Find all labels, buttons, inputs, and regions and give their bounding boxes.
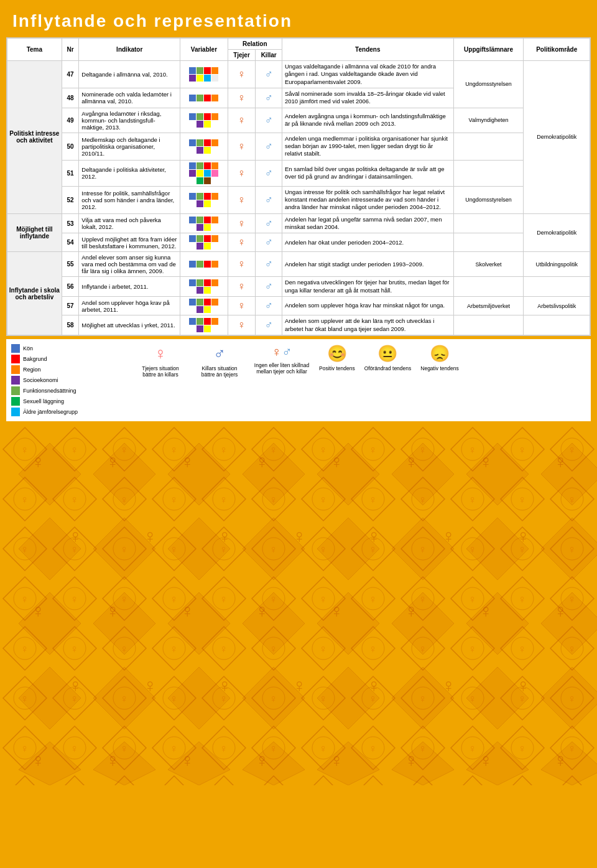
boy-icon-58: ♂: [264, 319, 273, 331]
svg-text:♀: ♀: [180, 750, 195, 770]
legend-positive: 😊 Positiv tendens: [319, 344, 355, 371]
tendens-57: Andelen som upplever höga krav har minsk…: [282, 297, 453, 315]
col-header-tjejer: Tjejer: [228, 50, 256, 61]
tendens-47: Ungas valdeltagande i allmänna val ökade…: [282, 61, 453, 88]
col-header-nr: Nr: [62, 39, 79, 61]
legend-item-sexuell: Sexuell läggning: [11, 397, 123, 406]
row-nr-48: 48: [62, 88, 79, 108]
indikator-57: Andel som upplever höga krav på arbetet,…: [79, 297, 180, 315]
legend-positive-label: Positiv tendens: [319, 365, 355, 371]
tema-cell-politiskt: Politiskt intresseoch aktivitet: [7, 61, 62, 214]
svg-text:♀: ♀: [367, 675, 381, 696]
svg-text:♀: ♀: [106, 750, 120, 770]
indikator-54: Upplevd möjlighet att föra fram idéer ti…: [79, 233, 180, 252]
svg-text:♀: ♀: [404, 750, 419, 770]
svg-text:♀: ♀: [553, 750, 568, 770]
table-row: 52 Intresse för politik, samhällsfrågor …: [7, 186, 590, 213]
svg-text:♀: ♀: [442, 526, 456, 546]
tjejer-58: ♀: [228, 315, 256, 335]
svg-text:♀: ♀: [442, 675, 456, 696]
legend-unchanged: 😐 Oförändrad tendens: [364, 344, 412, 371]
legend-section: Kön Bakgrund Region Socioekonomi Funktio…: [6, 339, 591, 421]
legend-both-icon: ♀♂: [272, 344, 292, 360]
legend-item-socioekonomi: Socioekonomi: [11, 376, 123, 385]
svg-text:♀: ♀: [367, 526, 381, 546]
legend-label-aldre: Äldre jämförelsegrupp: [23, 409, 78, 415]
girl-icon-53: ♀: [238, 217, 246, 230]
uppgift-51: [453, 160, 524, 186]
boy-icon-57: ♂: [264, 299, 273, 312]
tjejer-47: ♀: [228, 61, 256, 88]
politik-55: Utbildningspolitik: [524, 252, 590, 277]
row-nr-56: 56: [62, 277, 79, 297]
svg-text:♀: ♀: [106, 451, 120, 472]
col-header-variabler: Variabler: [180, 39, 228, 61]
politik-47: Demokratipolitik: [524, 61, 590, 214]
uppgift-56: [453, 277, 524, 297]
tendens-52: Ungas intresse för politik och samhällsf…: [282, 186, 453, 213]
svg-text:♀: ♀: [404, 600, 419, 621]
col-header-tendens: Tendens: [282, 39, 453, 61]
table-row: 49 Avgångna ledamöter i riksdag, kommun-…: [7, 108, 590, 133]
col-header-indikator: Indikator: [79, 39, 180, 61]
politik-53: Demokratipolitik: [524, 213, 590, 252]
vars-54: [180, 233, 228, 252]
boy-icon-52: ♂: [264, 194, 273, 206]
tema-cell-inflytande-skola: Inflytande i skolaoch arbetsliv: [7, 252, 62, 335]
killar-52: ♂: [256, 186, 282, 213]
col-header-uppgift: Uppgiftslämnare: [453, 39, 524, 61]
svg-text:♀: ♀: [218, 526, 232, 546]
vars-53: [180, 213, 228, 233]
uppgift-55: Skolverket: [453, 252, 524, 277]
col-header-relation: Relation: [228, 39, 282, 50]
vars-52: [180, 186, 228, 213]
girl-icon-48: ♀: [238, 91, 246, 104]
vars-58: [180, 315, 228, 335]
boy-icon-51: ♂: [264, 167, 273, 179]
killar-54: ♂: [256, 233, 282, 252]
legend-item-region: Region: [11, 365, 123, 374]
killar-51: ♂: [256, 160, 282, 186]
legend-item-funktionsned: Funktionsnedsättning: [11, 386, 123, 395]
legend-item-kon: Kön: [11, 344, 123, 353]
tjejer-49: ♀: [228, 108, 256, 133]
tendens-51: En samlad bild över ungas politiska delt…: [282, 160, 453, 186]
politik-58: [524, 315, 590, 335]
legend-label-bakgrund: Bakgrund: [23, 356, 47, 362]
uppgift-50: [453, 133, 524, 160]
legend-boy-label: Killars situation bättre än tjejers: [195, 365, 244, 378]
legend-color-socioekonomi: [11, 376, 20, 385]
table-row: Möjlighet tillinflytande 53 Vilja att va…: [7, 213, 590, 233]
killar-49: ♂: [256, 108, 282, 133]
legend-girl-icon: ♀: [154, 344, 167, 363]
legend-colors: Kön Bakgrund Region Socioekonomi Funktio…: [11, 344, 123, 416]
row-nr-51: 51: [62, 160, 79, 186]
tjejer-56: ♀: [228, 277, 256, 297]
row-nr-53: 53: [62, 213, 79, 233]
legend-negative-label: Negativ tendens: [420, 365, 458, 371]
legend-label-socioekonomi: Socioekonomi: [23, 377, 58, 383]
tjejer-48: ♀: [228, 88, 256, 108]
legend-item-aldre: Äldre jämförelsegrupp: [11, 408, 123, 416]
legend-boy-better: ♂ Killars situation bättre än tjejers: [195, 344, 244, 378]
boy-icon-47: ♂: [264, 68, 273, 80]
legend-color-bakgrund: [11, 355, 20, 363]
tendens-50: Andelen unga medlemmar i politiska organ…: [282, 133, 453, 160]
row-nr-52: 52: [62, 186, 79, 213]
row-nr-47: 47: [62, 61, 79, 88]
row-nr-57: 57: [62, 297, 79, 315]
page-wrapper: Inflytande och representation Tema Nr In…: [0, 0, 597, 785]
uppgift-54: [453, 233, 524, 252]
tjejer-50: ♀: [228, 133, 256, 160]
legend-label-region: Region: [23, 366, 41, 373]
tendens-49: Andelen avgångna unga i kommun- och land…: [282, 108, 453, 133]
uppgift-49: Valmyndigheten: [453, 108, 524, 133]
uppgift-52: Ungdomsstyrelsen: [453, 186, 524, 213]
tendens-55: Andelen har stigit stadigt under periode…: [282, 252, 453, 277]
svg-text:♀: ♀: [516, 675, 530, 696]
table-row: Politiskt intresseoch aktivitet 47 Delta…: [7, 61, 590, 88]
girl-icon-58: ♀: [238, 319, 246, 331]
legend-equal: ♀♂ Ingen eller liten skillnad mellan tje…: [254, 344, 310, 375]
legend-item-bakgrund: Bakgrund: [11, 355, 123, 363]
legend-unchanged-label: Oförändrad tendens: [364, 365, 412, 371]
